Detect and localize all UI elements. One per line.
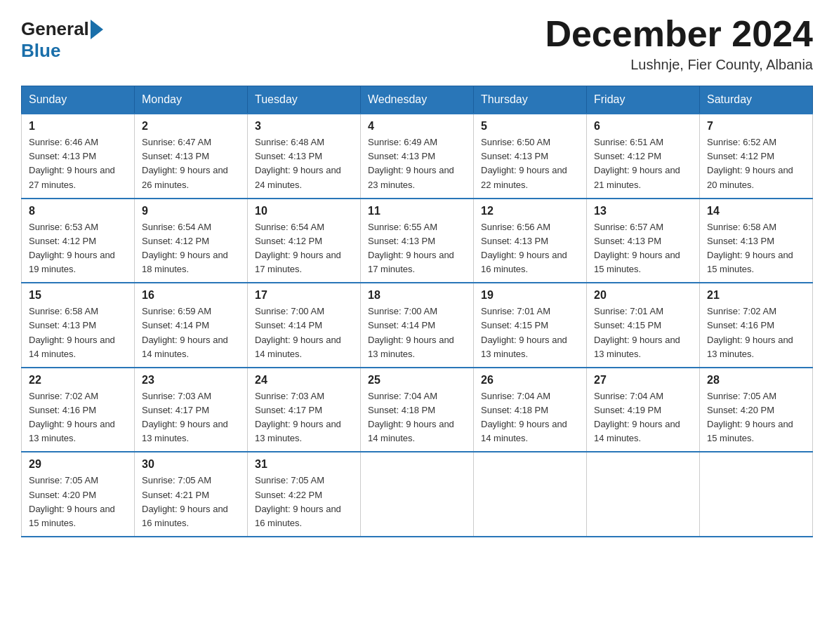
day-number: 15 (29, 289, 127, 302)
day-number: 21 (707, 289, 805, 302)
month-year-title: December 2024 (545, 14, 813, 54)
calendar-cell: 6Sunrise: 6:51 AMSunset: 4:12 PMDaylight… (587, 114, 700, 199)
day-number: 18 (368, 289, 466, 302)
day-number: 30 (142, 458, 240, 471)
calendar-cell: 29Sunrise: 7:05 AMSunset: 4:20 PMDayligh… (22, 452, 135, 537)
day-info: Sunrise: 6:46 AMSunset: 4:13 PMDaylight:… (29, 135, 127, 192)
day-number: 25 (368, 374, 466, 387)
day-info: Sunrise: 6:56 AMSunset: 4:13 PMDaylight:… (481, 220, 579, 277)
weekday-header-row: SundayMondayTuesdayWednesdayThursdayFrid… (22, 86, 813, 114)
day-info: Sunrise: 6:48 AMSunset: 4:13 PMDaylight:… (255, 135, 353, 192)
weekday-header-thursday: Thursday (474, 86, 587, 114)
logo-general: General (21, 18, 89, 40)
day-number: 26 (481, 374, 579, 387)
day-number: 12 (481, 205, 579, 217)
day-number: 27 (594, 374, 692, 387)
calendar-cell: 28Sunrise: 7:05 AMSunset: 4:20 PMDayligh… (700, 368, 813, 452)
location-subtitle: Lushnje, Fier County, Albania (545, 57, 813, 73)
day-info: Sunrise: 7:03 AMSunset: 4:17 PMDaylight:… (255, 389, 353, 446)
day-info: Sunrise: 6:54 AMSunset: 4:12 PMDaylight:… (255, 220, 353, 277)
day-number: 5 (481, 120, 579, 133)
logo-blue: Blue (21, 40, 60, 62)
day-number: 22 (29, 374, 127, 387)
day-number: 11 (368, 205, 466, 217)
calendar-cell (474, 452, 587, 537)
day-info: Sunrise: 7:01 AMSunset: 4:15 PMDaylight:… (594, 304, 692, 361)
day-number: 23 (142, 374, 240, 387)
calendar-cell: 31Sunrise: 7:05 AMSunset: 4:22 PMDayligh… (248, 452, 361, 537)
calendar-cell: 15Sunrise: 6:58 AMSunset: 4:13 PMDayligh… (22, 283, 135, 368)
calendar-cell: 22Sunrise: 7:02 AMSunset: 4:16 PMDayligh… (22, 368, 135, 452)
title-area: December 2024 Lushnje, Fier County, Alba… (545, 14, 813, 73)
logo-arrow-icon (91, 20, 103, 39)
calendar-cell: 20Sunrise: 7:01 AMSunset: 4:15 PMDayligh… (587, 283, 700, 368)
day-info: Sunrise: 7:02 AMSunset: 4:16 PMDaylight:… (29, 389, 127, 446)
calendar-cell (361, 452, 474, 537)
weekday-header-sunday: Sunday (22, 86, 135, 114)
day-info: Sunrise: 7:00 AMSunset: 4:14 PMDaylight:… (368, 304, 466, 361)
day-number: 7 (707, 120, 805, 133)
calendar-cell: 23Sunrise: 7:03 AMSunset: 4:17 PMDayligh… (135, 368, 248, 452)
logo: General Blue (21, 14, 105, 62)
calendar-cell: 10Sunrise: 6:54 AMSunset: 4:12 PMDayligh… (248, 199, 361, 283)
day-number: 31 (255, 458, 353, 471)
day-info: Sunrise: 6:59 AMSunset: 4:14 PMDaylight:… (142, 304, 240, 361)
day-info: Sunrise: 6:54 AMSunset: 4:12 PMDaylight:… (142, 220, 240, 277)
day-info: Sunrise: 7:03 AMSunset: 4:17 PMDaylight:… (142, 389, 240, 446)
calendar-cell: 17Sunrise: 7:00 AMSunset: 4:14 PMDayligh… (248, 283, 361, 368)
calendar-cell (700, 452, 813, 537)
weekday-header-friday: Friday (587, 86, 700, 114)
day-info: Sunrise: 7:00 AMSunset: 4:14 PMDaylight:… (255, 304, 353, 361)
day-info: Sunrise: 6:49 AMSunset: 4:13 PMDaylight:… (368, 135, 466, 192)
day-number: 6 (594, 120, 692, 133)
day-number: 8 (29, 205, 127, 217)
calendar-cell: 7Sunrise: 6:52 AMSunset: 4:12 PMDaylight… (700, 114, 813, 199)
calendar-cell: 9Sunrise: 6:54 AMSunset: 4:12 PMDaylight… (135, 199, 248, 283)
weekday-header-saturday: Saturday (700, 86, 813, 114)
page-header: General Blue December 2024 Lushnje, Fier… (21, 14, 813, 73)
day-info: Sunrise: 7:04 AMSunset: 4:18 PMDaylight:… (481, 389, 579, 446)
calendar-cell: 19Sunrise: 7:01 AMSunset: 4:15 PMDayligh… (474, 283, 587, 368)
day-number: 3 (255, 120, 353, 133)
calendar-cell: 12Sunrise: 6:56 AMSunset: 4:13 PMDayligh… (474, 199, 587, 283)
day-info: Sunrise: 6:57 AMSunset: 4:13 PMDaylight:… (594, 220, 692, 277)
day-number: 28 (707, 374, 805, 387)
calendar-cell: 1Sunrise: 6:46 AMSunset: 4:13 PMDaylight… (22, 114, 135, 199)
calendar-cell: 25Sunrise: 7:04 AMSunset: 4:18 PMDayligh… (361, 368, 474, 452)
day-number: 4 (368, 120, 466, 133)
day-number: 20 (594, 289, 692, 302)
calendar-cell: 26Sunrise: 7:04 AMSunset: 4:18 PMDayligh… (474, 368, 587, 452)
calendar-week-1: 1Sunrise: 6:46 AMSunset: 4:13 PMDaylight… (22, 114, 813, 199)
day-number: 9 (142, 205, 240, 217)
day-info: Sunrise: 7:02 AMSunset: 4:16 PMDaylight:… (707, 304, 805, 361)
day-info: Sunrise: 6:55 AMSunset: 4:13 PMDaylight:… (368, 220, 466, 277)
calendar-week-5: 29Sunrise: 7:05 AMSunset: 4:20 PMDayligh… (22, 452, 813, 537)
calendar-week-3: 15Sunrise: 6:58 AMSunset: 4:13 PMDayligh… (22, 283, 813, 368)
calendar-table: SundayMondayTuesdayWednesdayThursdayFrid… (21, 86, 813, 537)
day-info: Sunrise: 7:04 AMSunset: 4:19 PMDaylight:… (594, 389, 692, 446)
day-number: 19 (481, 289, 579, 302)
day-info: Sunrise: 7:04 AMSunset: 4:18 PMDaylight:… (368, 389, 466, 446)
calendar-cell: 11Sunrise: 6:55 AMSunset: 4:13 PMDayligh… (361, 199, 474, 283)
calendar-cell: 18Sunrise: 7:00 AMSunset: 4:14 PMDayligh… (361, 283, 474, 368)
calendar-cell: 24Sunrise: 7:03 AMSunset: 4:17 PMDayligh… (248, 368, 361, 452)
calendar-cell: 16Sunrise: 6:59 AMSunset: 4:14 PMDayligh… (135, 283, 248, 368)
day-info: Sunrise: 6:52 AMSunset: 4:12 PMDaylight:… (707, 135, 805, 192)
calendar-cell: 2Sunrise: 6:47 AMSunset: 4:13 PMDaylight… (135, 114, 248, 199)
weekday-header-wednesday: Wednesday (361, 86, 474, 114)
day-info: Sunrise: 6:58 AMSunset: 4:13 PMDaylight:… (707, 220, 805, 277)
day-number: 10 (255, 205, 353, 217)
day-info: Sunrise: 7:05 AMSunset: 4:20 PMDaylight:… (707, 389, 805, 446)
day-info: Sunrise: 6:58 AMSunset: 4:13 PMDaylight:… (29, 304, 127, 361)
calendar-cell: 5Sunrise: 6:50 AMSunset: 4:13 PMDaylight… (474, 114, 587, 199)
calendar-cell: 21Sunrise: 7:02 AMSunset: 4:16 PMDayligh… (700, 283, 813, 368)
day-info: Sunrise: 6:53 AMSunset: 4:12 PMDaylight:… (29, 220, 127, 277)
day-number: 29 (29, 458, 127, 471)
calendar-body: 1Sunrise: 6:46 AMSunset: 4:13 PMDaylight… (22, 114, 813, 537)
day-number: 16 (142, 289, 240, 302)
calendar-week-2: 8Sunrise: 6:53 AMSunset: 4:12 PMDaylight… (22, 199, 813, 283)
calendar-cell: 8Sunrise: 6:53 AMSunset: 4:12 PMDaylight… (22, 199, 135, 283)
day-number: 2 (142, 120, 240, 133)
day-info: Sunrise: 6:47 AMSunset: 4:13 PMDaylight:… (142, 135, 240, 192)
day-number: 24 (255, 374, 353, 387)
